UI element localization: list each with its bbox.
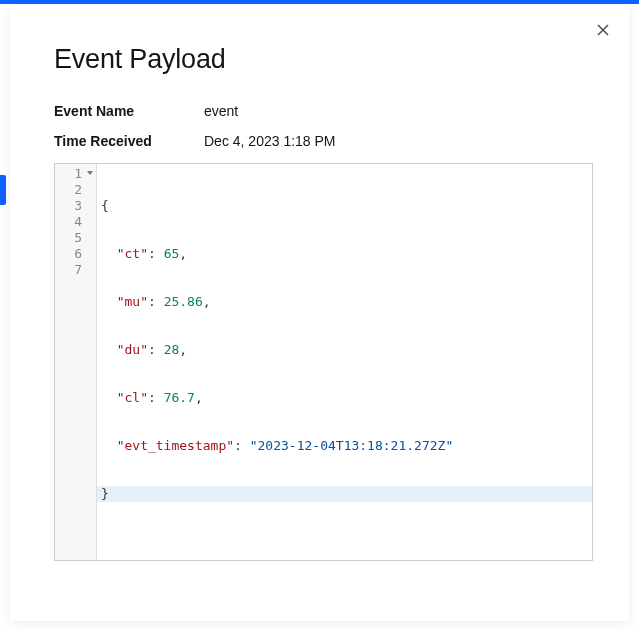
code-line: "du": 28, <box>101 342 588 358</box>
line-number: 3 <box>55 198 96 214</box>
code-line: "cl": 76.7, <box>101 390 588 406</box>
close-icon <box>597 24 609 36</box>
event-name-label: Event Name <box>54 103 204 119</box>
line-number: 4 <box>55 214 96 230</box>
json-code-editor[interactable]: 1 2 3 4 5 6 7 { "ct": 65, "mu": 25.86, "… <box>54 163 593 561</box>
left-edge-accent <box>0 175 6 205</box>
code-line: { <box>101 198 588 214</box>
code-line: "ct": 65, <box>101 246 588 262</box>
line-number: 1 <box>55 166 96 182</box>
line-number: 2 <box>55 182 96 198</box>
line-number-gutter: 1 2 3 4 5 6 7 <box>55 164 97 560</box>
code-line: } <box>97 486 592 502</box>
field-time-received: Time Received Dec 4, 2023 1:18 PM <box>54 133 593 149</box>
code-line: "mu": 25.86, <box>101 294 588 310</box>
code-line: "evt_timestamp": "2023-12-04T13:18:21.27… <box>101 438 588 454</box>
event-name-value: event <box>204 103 238 119</box>
time-received-label: Time Received <box>54 133 204 149</box>
time-received-value: Dec 4, 2023 1:18 PM <box>204 133 336 149</box>
event-payload-modal: Event Payload Event Name event Time Rece… <box>10 4 629 621</box>
line-number: 5 <box>55 230 96 246</box>
close-button[interactable] <box>591 18 615 42</box>
field-event-name: Event Name event <box>54 103 593 119</box>
line-number: 6 <box>55 246 96 262</box>
modal-title: Event Payload <box>54 44 593 75</box>
line-number: 7 <box>55 262 96 278</box>
code-content: { "ct": 65, "mu": 25.86, "du": 28, "cl":… <box>97 164 592 560</box>
